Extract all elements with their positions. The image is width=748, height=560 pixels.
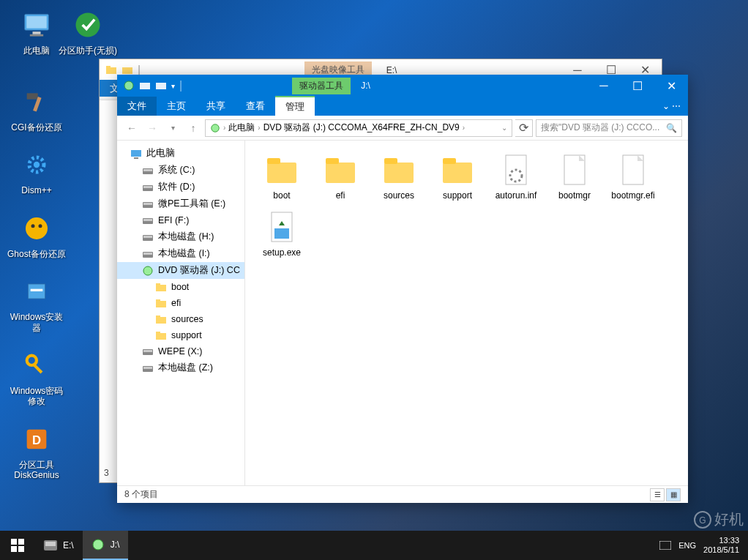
- refresh-button[interactable]: ⟳: [515, 119, 533, 137]
- ribbon-tab-view[interactable]: 查看: [236, 97, 275, 116]
- chevron-right-icon[interactable]: ›: [463, 124, 465, 132]
- fg-titlebar[interactable]: ▾ | 驱动器工具 J:\ ─ ☐ ✕: [117, 75, 688, 97]
- file-item[interactable]: efi: [313, 149, 368, 204]
- windows-logo-icon: [11, 539, 24, 552]
- desktop-icon-label: 分区工具DiskGenius: [7, 460, 66, 481]
- file-item[interactable]: support: [430, 149, 485, 204]
- start-button[interactable]: [0, 531, 35, 560]
- nav-back-button[interactable]: ←: [123, 119, 141, 137]
- breadcrumb-this-pc[interactable]: 此电脑: [228, 122, 255, 134]
- fg-qat: ▾ |: [117, 79, 182, 92]
- fg-context-tab[interactable]: 驱动器工具: [292, 78, 351, 94]
- nav-label: sources: [171, 314, 203, 324]
- svg-rect-73: [18, 546, 24, 552]
- svg-rect-75: [45, 542, 56, 546]
- breadcrumb-drive[interactable]: DVD 驱动器 (J:) CCCOMA_X64FRE_ZH-CN_DV9: [263, 122, 460, 134]
- taskbar-item-e-drive[interactable]: E:\: [35, 531, 83, 560]
- svg-rect-54: [326, 163, 355, 183]
- nav-drive[interactable]: WEPE (X:): [117, 343, 244, 359]
- desktop-icon-cgi[interactable]: CGI备份还原: [7, 84, 66, 132]
- taskbar-item-j-drive[interactable]: J:\: [83, 531, 129, 560]
- view-details-button[interactable]: ☰: [650, 488, 665, 501]
- nav-subfolder[interactable]: efi: [117, 295, 244, 311]
- desktop-icon-label: 此电脑: [7, 45, 66, 56]
- desktop-icon-wininst[interactable]: Windows安装器: [7, 274, 66, 333]
- nav-subfolder[interactable]: support: [117, 327, 244, 343]
- ribbon-tab-home[interactable]: 主页: [157, 97, 196, 116]
- nav-drive[interactable]: DVD 驱动器 (J:) CC: [117, 262, 244, 279]
- file-label: autorun.inf: [490, 190, 542, 201]
- svg-rect-26: [134, 157, 138, 159]
- nav-label: 本地磁盘 (I:): [158, 247, 210, 260]
- watermark: G 好机: [694, 509, 744, 529]
- ribbon-tab-file[interactable]: 文件: [117, 97, 157, 116]
- ribbon-tab-manage[interactable]: 管理: [275, 96, 315, 116]
- svg-point-4: [76, 13, 100, 37]
- ime-indicator[interactable]: ENG: [678, 541, 696, 550]
- desktop-icon-password[interactable]: Windows密码修改: [7, 348, 66, 407]
- svg-rect-58: [443, 163, 472, 183]
- navigation-pane[interactable]: 此电脑 系统 (C:)软件 (D:)微PE工具箱 (E:)EFI (F:)本地磁…: [117, 141, 245, 485]
- qat-dropdown[interactable]: ▾: [171, 82, 175, 90]
- chevron-right-icon[interactable]: ›: [258, 124, 260, 132]
- nav-this-pc[interactable]: 此电脑: [117, 145, 244, 162]
- installer-icon: [19, 274, 54, 309]
- close-button[interactable]: ✕: [654, 75, 688, 97]
- keyboard-icon[interactable]: [659, 541, 671, 550]
- explorer-window-foreground[interactable]: ▾ | 驱动器工具 J:\ ─ ☐ ✕ 文件 主页 共享 查看 管理 ⌄ ⋯ ←…: [117, 75, 688, 503]
- nav-recent-button[interactable]: ▾: [164, 119, 182, 137]
- clock[interactable]: 13:33 2018/5/11: [703, 536, 739, 555]
- svg-rect-18: [106, 67, 116, 74]
- address-dropdown[interactable]: ⌄: [501, 124, 507, 132]
- nav-subfolder[interactable]: sources: [117, 311, 244, 327]
- nav-drive[interactable]: 本地磁盘 (H:): [117, 228, 244, 245]
- svg-rect-77: [659, 541, 671, 550]
- nav-subfolder[interactable]: boot: [117, 279, 244, 295]
- desktop-icon-label: Ghost备份还原: [7, 249, 66, 259]
- nav-up-button[interactable]: ↑: [184, 119, 202, 137]
- minimize-button[interactable]: ─: [587, 75, 621, 97]
- file-icon: [616, 152, 651, 187]
- svg-rect-43: [156, 299, 160, 302]
- desktop-icon-this-pc[interactable]: 此电脑: [7, 7, 66, 56]
- desktop-icon-label: Windows密码修改: [7, 386, 66, 407]
- fg-ribbon-tabs: 文件 主页 共享 查看 管理 ⌄ ⋯: [117, 97, 688, 116]
- ribbon-expand-icon[interactable]: ⌄ ⋯: [662, 101, 681, 111]
- chevron-right-icon[interactable]: ›: [223, 124, 225, 132]
- file-label: bootmgr: [548, 190, 601, 201]
- desktop-icon-ghost[interactable]: Ghost备份还原: [7, 211, 66, 259]
- file-item[interactable]: boot: [254, 149, 310, 204]
- file-item[interactable]: sources: [371, 149, 427, 204]
- nav-drive[interactable]: 软件 (D:): [117, 179, 244, 195]
- taskbar[interactable]: E:\ J:\ ENG 13:33 2018/5/11: [0, 531, 748, 560]
- desktop-icon-partition[interactable]: 分区助手(无损): [59, 7, 117, 56]
- nav-drive[interactable]: EFI (F:): [117, 212, 244, 228]
- nav-drive[interactable]: 本地磁盘 (Z:): [117, 359, 244, 376]
- search-input[interactable]: 搜索"DVD 驱动器 (J:) CCCO... 🔍: [536, 119, 682, 137]
- file-item[interactable]: bootmgr: [547, 149, 602, 204]
- folder-icon: [323, 152, 358, 187]
- svg-rect-51: [143, 367, 152, 369]
- content-pane[interactable]: bootefisourcessupportautorun.infbootmgrb…: [245, 141, 688, 485]
- nav-forward-button[interactable]: →: [143, 119, 161, 137]
- folder-icon: [264, 152, 299, 187]
- desktop-icon-dism[interactable]: Dism++: [7, 147, 66, 195]
- folder-icon: [105, 64, 117, 76]
- diskgenius-icon: D: [19, 422, 54, 457]
- nav-drive[interactable]: 本地磁盘 (I:): [117, 245, 244, 262]
- system-tray[interactable]: ENG 13:33 2018/5/11: [659, 536, 748, 555]
- file-item[interactable]: bootmgr.efi: [605, 149, 661, 204]
- desktop-icons-rest: CGI备份还原 Dism++ Ghost备份还原 Windows安装器 Wind…: [7, 84, 73, 496]
- address-bar[interactable]: › 此电脑 › DVD 驱动器 (J:) CCCOMA_X64FRE_ZH-CN…: [205, 119, 512, 137]
- file-item[interactable]: setup.exe: [254, 206, 310, 261]
- desktop-icon-diskgenius[interactable]: D 分区工具DiskGenius: [7, 422, 66, 481]
- file-item[interactable]: autorun.inf: [488, 149, 544, 204]
- svg-rect-55: [326, 158, 339, 164]
- nav-drive[interactable]: 微PE工具箱 (E:): [117, 195, 244, 212]
- maximize-button[interactable]: ☐: [621, 75, 654, 97]
- nav-drive[interactable]: 系统 (C:): [117, 162, 244, 179]
- view-icons-button[interactable]: ▦: [666, 488, 681, 501]
- ribbon-tab-share[interactable]: 共享: [196, 97, 236, 116]
- file-icon: [557, 152, 592, 187]
- svg-text:G: G: [699, 515, 706, 526]
